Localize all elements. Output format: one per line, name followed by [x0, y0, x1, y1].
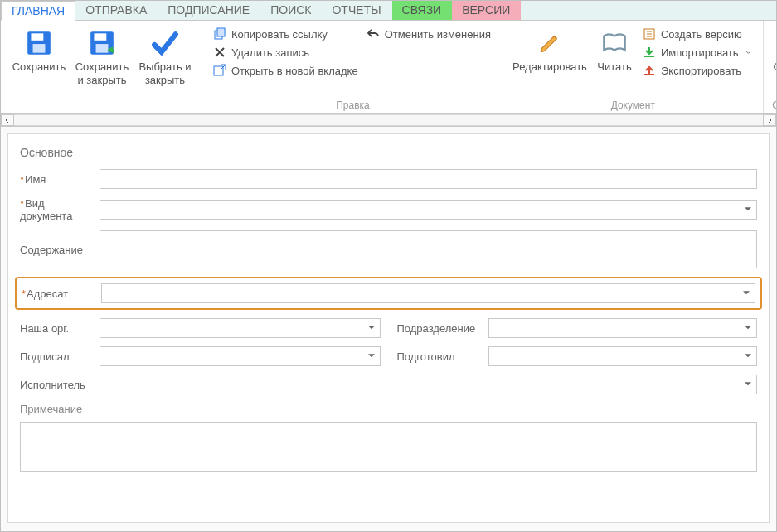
- tab-strip: ГЛАВНАЯ ОТПРАВКА ПОДПИСАНИЕ ПОИСК ОТЧЕТЫ…: [1, 1, 776, 21]
- undo-button[interactable]: Отменить изменения: [367, 27, 491, 41]
- svg-rect-1: [31, 33, 43, 41]
- delete-icon: [213, 46, 226, 59]
- horizontal-scrollbar[interactable]: [1, 114, 776, 127]
- form-panel: Основное *Имя *Вид документа Содержание …: [7, 133, 770, 523]
- tab-reports[interactable]: ОТЧЕТЫ: [322, 1, 391, 20]
- label-our-org: Наша орг.: [20, 322, 100, 335]
- addressee-highlight-row: *Адресат: [15, 277, 762, 310]
- book-icon: [600, 29, 629, 57]
- delete-record-button[interactable]: Удалить запись: [213, 46, 358, 59]
- delete-record-label: Удалить запись: [231, 46, 309, 59]
- read-label: Читать: [597, 60, 631, 74]
- label-executor: Исполнитель: [20, 379, 100, 391]
- save-close-label: Сохранить и закрыть: [72, 60, 132, 86]
- make-version-label: Создать версию: [661, 28, 742, 41]
- tab-sign[interactable]: ПОДПИСАНИЕ: [158, 1, 260, 20]
- group-edit-label: Правка: [210, 98, 496, 111]
- combo-addressee[interactable]: [101, 283, 755, 303]
- scan-button[interactable]: Сканировать: [770, 24, 777, 98]
- combo-doc-type[interactable]: [100, 200, 757, 220]
- read-button[interactable]: Читать: [590, 24, 639, 98]
- copy-link-icon: [213, 27, 226, 41]
- svg-rect-7: [217, 28, 225, 36]
- save-label: Сохранить: [12, 60, 66, 74]
- combo-signed[interactable]: [100, 346, 381, 366]
- scroll-left-icon[interactable]: [1, 114, 14, 126]
- edit-label: Редактировать: [512, 60, 587, 74]
- export-button[interactable]: Экспортировать: [643, 64, 751, 77]
- label-doc-type: *Вид документа: [20, 197, 100, 222]
- chevron-down-icon: [745, 50, 751, 56]
- undo-icon: [367, 27, 380, 41]
- copy-link-label: Копировать ссылку: [231, 28, 328, 41]
- check-icon: [151, 29, 179, 57]
- combo-prepared[interactable]: [488, 346, 758, 366]
- edit-button[interactable]: Редактировать: [510, 24, 590, 98]
- open-newtab-label: Открыть в новой вкладке: [231, 65, 358, 77]
- group-scan-label: Сканирование: [770, 98, 777, 111]
- save-close-button[interactable]: Сохранить и закрыть: [70, 24, 134, 98]
- label-prepared: Подготовил: [397, 351, 488, 363]
- save-icon: [25, 29, 53, 57]
- pencil-icon: [536, 29, 564, 57]
- combo-department[interactable]: [488, 318, 758, 338]
- label-department: Подразделение: [397, 322, 488, 335]
- pick-close-button[interactable]: Выбрать и закрыть: [134, 24, 197, 98]
- group-doc-label: Документ: [510, 98, 756, 111]
- version-icon: [643, 27, 656, 41]
- svg-rect-8: [214, 66, 223, 75]
- open-newtab-button[interactable]: Открыть в новой вкладке: [213, 64, 358, 77]
- combo-our-org[interactable]: [100, 318, 381, 338]
- export-icon: [643, 64, 656, 77]
- label-signed: Подписал: [20, 351, 100, 363]
- import-icon: [643, 46, 656, 59]
- textarea-content[interactable]: [100, 230, 757, 268]
- save-close-icon: [88, 29, 116, 57]
- make-version-button[interactable]: Создать версию: [643, 27, 751, 41]
- svg-rect-2: [33, 44, 46, 53]
- open-newtab-icon: [213, 64, 226, 77]
- ribbon: Сохранить Сохранить и закрыть Выбрать и …: [1, 21, 776, 114]
- textarea-note[interactable]: [20, 422, 757, 472]
- tab-main[interactable]: ГЛАВНАЯ: [1, 1, 75, 21]
- tab-send[interactable]: ОТПРАВКА: [75, 1, 158, 20]
- tab-search[interactable]: ПОИСК: [260, 1, 322, 20]
- section-main-title: Основное: [20, 146, 757, 159]
- combo-executor[interactable]: [100, 375, 757, 394]
- export-label: Экспортировать: [661, 65, 741, 77]
- undo-label: Отменить изменения: [385, 28, 491, 41]
- scan-label: Сканировать: [774, 60, 777, 74]
- svg-rect-4: [94, 33, 106, 41]
- scroll-right-icon[interactable]: [763, 114, 776, 126]
- label-content: Содержание: [20, 244, 100, 256]
- label-note: Примечание: [20, 403, 757, 415]
- import-label: Импортировать: [661, 46, 739, 59]
- tab-versions[interactable]: ВЕРСИИ: [452, 1, 521, 20]
- tab-links[interactable]: СВЯЗИ: [392, 1, 453, 20]
- pick-close-label: Выбрать и закрыть: [135, 60, 195, 86]
- label-addressee: *Адресат: [22, 288, 101, 300]
- label-name: *Имя: [20, 173, 100, 186]
- scroll-track[interactable]: [14, 114, 763, 126]
- import-button[interactable]: Импортировать: [643, 46, 751, 59]
- copy-link-button[interactable]: Копировать ссылку: [213, 27, 358, 41]
- save-button[interactable]: Сохранить: [7, 24, 70, 98]
- input-name[interactable]: [100, 169, 757, 189]
- group-label-spacer: [7, 98, 197, 111]
- svg-rect-5: [96, 44, 109, 53]
